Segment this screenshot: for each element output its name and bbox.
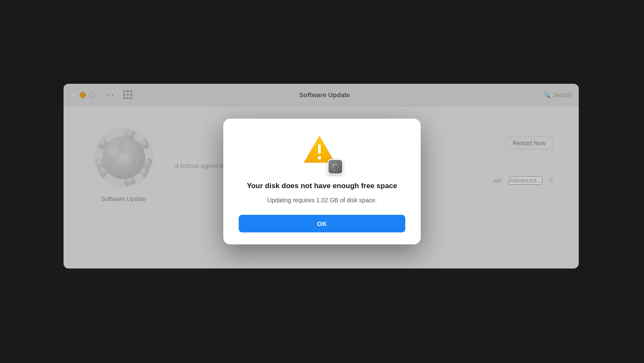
search-icon: 🔍 — [543, 92, 550, 98]
grid-view-icon[interactable] — [123, 90, 132, 99]
update-text: ate — [494, 177, 502, 184]
alert-title: Your disk does not have enough free spac… — [247, 181, 397, 191]
restart-now-button[interactable]: Restart Now — [505, 137, 553, 149]
icon-label: Software Update — [101, 195, 146, 202]
back-button[interactable]: ‹ — [106, 91, 109, 99]
software-update-icon-area: Software Update — [89, 123, 158, 202]
gear-icon — [89, 123, 158, 192]
svg-point-3 — [118, 153, 129, 163]
window-title: Software Update — [111, 91, 539, 98]
ok-button[interactable]: OK — [239, 215, 405, 232]
alert-dialog: Your disk does not have enough free spac… — [223, 119, 421, 245]
alert-icon-area — [303, 134, 341, 173]
minimize-button[interactable] — [80, 92, 86, 98]
svg-point-8 — [334, 166, 337, 168]
svg-rect-5 — [318, 144, 321, 154]
search-label: Search — [553, 92, 572, 98]
advanced-button[interactable]: Advanced... — [509, 176, 542, 185]
settings-badge-icon — [328, 159, 343, 174]
close-button[interactable] — [70, 92, 76, 98]
maximize-button[interactable] — [89, 92, 95, 98]
alert-message: Updating requires 1.02 GB of disk space. — [267, 196, 377, 205]
titlebar: ‹ › Software Update 🔍 Search — [64, 84, 579, 106]
svg-point-6 — [318, 156, 321, 159]
help-button[interactable]: ? — [549, 177, 553, 184]
search-area[interactable]: 🔍 Search — [543, 92, 572, 98]
